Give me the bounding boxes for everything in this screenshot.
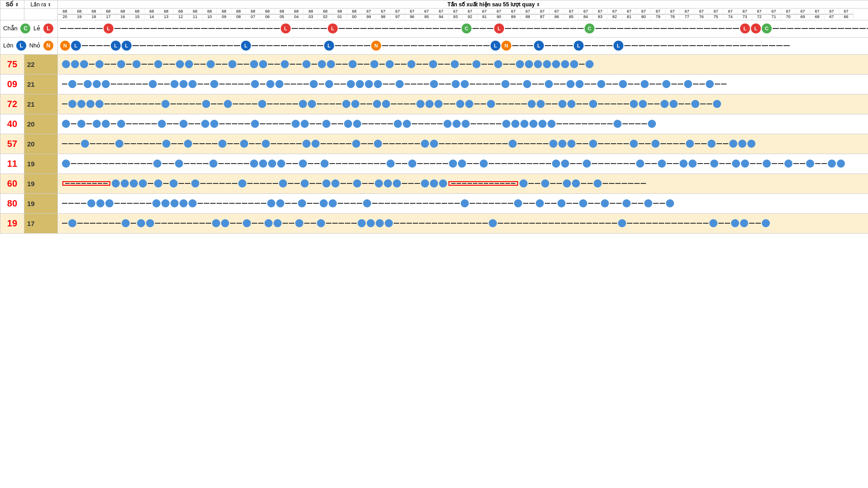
col-numbers-row: Số ⬍ Lần ra ⬍ Tần số xuất hiện sau 55 lư…: [0, 0, 868, 9]
main-table: Số ⬍ Lần ra ⬍ Tần số xuất hiện sau 55 lư…: [0, 0, 868, 234]
col-number-pair: 6792: [463, 9, 477, 20]
col-number-pair: 6793: [448, 9, 463, 20]
col-number-pair: 6816: [116, 9, 130, 20]
col-number-pair: 6807: [246, 9, 260, 20]
col-number-pair: 6795: [420, 9, 434, 20]
col-number-pair: 6766: [839, 9, 854, 20]
col-number-pair: 6778: [665, 9, 680, 20]
col-number-pair: 6813: [159, 9, 174, 20]
data-row: 0921: [0, 74, 868, 94]
col-number-pair: 6770: [781, 9, 796, 20]
col-number-pair: 6788: [521, 9, 535, 20]
col-number-pair: 6771: [767, 9, 781, 20]
col-number-pair: 6820: [58, 9, 72, 20]
so-cell: 80: [0, 193, 24, 213]
pattern-cell: [57, 193, 868, 213]
freq-cell: 17: [24, 213, 57, 233]
chan-le-pattern: LLLCLCLLCL: [57, 20, 868, 37]
pattern-cell: [57, 213, 868, 233]
col-number-pair: 6800: [347, 9, 362, 20]
col-number-pair: 6791: [477, 9, 492, 20]
lon-nho-pattern: NLLLLLNLNLLL: [57, 37, 868, 54]
col-number-pair: 6818: [87, 9, 101, 20]
so-cell: 60: [0, 174, 24, 193]
so-cell: 09: [0, 74, 24, 94]
chan-badge: C: [20, 23, 30, 33]
lon-nho-row: Lớn L Nhỏ N NLLLLLNLNLLL: [0, 37, 868, 54]
so-cell: 19: [0, 213, 24, 233]
col-number-pair: 6806: [260, 9, 275, 20]
data-row: 6019: [0, 174, 868, 193]
col-number-pair: 6802: [318, 9, 333, 20]
col-number-pair: 6799: [362, 9, 376, 20]
col-number-pair: 6809: [217, 9, 231, 20]
col-number-pair: 6805: [275, 9, 289, 20]
col-number-pair: 6790: [492, 9, 506, 20]
col-number-pair: 6777: [680, 9, 694, 20]
pattern-cell: [57, 54, 868, 74]
tanso-header: Tần số xuất hiện sau 55 lượt quay ⬍: [57, 0, 868, 9]
freq-cell: 19: [24, 154, 57, 174]
col-number-pair: 6797: [391, 9, 405, 20]
pattern-cell: [57, 134, 868, 154]
so-cell: 57: [0, 134, 24, 154]
col-number-pair: 6783: [593, 9, 608, 20]
lon-badge: L: [16, 41, 26, 51]
col-number-pair: 6782: [608, 9, 622, 20]
col-number-pair: 6768: [810, 9, 825, 20]
freq-cell: 20: [24, 114, 57, 134]
empty-cell-2: [24, 9, 57, 20]
pattern-cell: [57, 174, 868, 193]
freq-cell: 19: [24, 193, 57, 213]
data-row: 1119: [0, 154, 868, 174]
data-row: 7221: [0, 94, 868, 114]
col-number-pair: 6810: [203, 9, 217, 20]
so-cell: 40: [0, 114, 24, 134]
col-number-pair: 6784: [579, 9, 593, 20]
col-number-pair: 6767: [825, 9, 839, 20]
col-number-pair: 6815: [130, 9, 145, 20]
number-pairs-container: 6820681968186817681668156814681368126811…: [57, 9, 868, 20]
col-number-pair: 6773: [738, 9, 752, 20]
col-number-pair: 6794: [434, 9, 448, 20]
col-number-pair: 6817: [101, 9, 116, 20]
pattern-cell: [57, 74, 868, 94]
col-number-pair: 6811: [188, 9, 203, 20]
col-number-pair: 6776: [694, 9, 709, 20]
col-number-pair: 6772: [752, 9, 767, 20]
col-number-pair: 6803: [304, 9, 318, 20]
col-number-pair: 6775: [709, 9, 723, 20]
chan-le-row: Chẵn C Lẻ L LLLCLCLLCL: [0, 20, 868, 37]
chan-le-label: Chẵn C Lẻ L: [0, 20, 58, 37]
col-number-pair: 6779: [651, 9, 665, 20]
col-number-pair: 6804: [289, 9, 304, 20]
so-cell: 75: [0, 54, 24, 74]
col-number-pair: 6789: [506, 9, 521, 20]
nho-badge: N: [43, 41, 53, 51]
pattern-cell: [57, 154, 868, 174]
col-number-pair: 6780: [637, 9, 651, 20]
number-pairs-row: 6820681968186817681668156814681368126811…: [0, 9, 868, 20]
data-row: 4020: [0, 114, 868, 134]
data-row: 1917: [0, 213, 868, 233]
data-row: 7522: [0, 54, 868, 74]
freq-cell: 22: [24, 54, 57, 74]
lanra-header[interactable]: Lần ra ⬍: [24, 0, 57, 9]
col-number-pair: 6801: [333, 9, 347, 20]
empty-cell-1: [0, 9, 24, 20]
so-header[interactable]: Số ⬍: [0, 0, 24, 9]
col-number-pair: 6781: [622, 9, 637, 20]
col-number-pair: 6787: [535, 9, 550, 20]
col-number-pair: 6796: [405, 9, 420, 20]
le-badge: L: [43, 23, 53, 33]
col-number-pair: 6769: [796, 9, 810, 20]
freq-cell: 19: [24, 174, 57, 193]
freq-cell: 21: [24, 94, 57, 114]
lon-nho-label: Lớn L Nhỏ N: [0, 37, 58, 54]
col-number-pair: 6785: [564, 9, 579, 20]
col-number-pair: 6774: [723, 9, 738, 20]
data-row: 5720: [0, 134, 868, 154]
pattern-cell: [57, 94, 868, 114]
col-number-pair: 6819: [72, 9, 87, 20]
col-number-pair: 6814: [145, 9, 159, 20]
